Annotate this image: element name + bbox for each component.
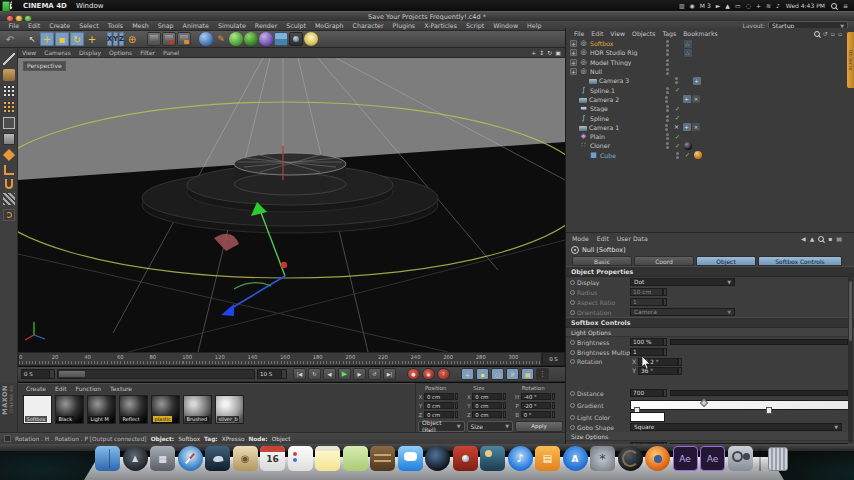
- object-name[interactable]: Cube: [600, 152, 674, 159]
- flag-icon[interactable]: ►: [716, 2, 721, 9]
- scale-tool-icon[interactable]: ▪: [55, 32, 69, 46]
- menu-item[interactable]: Animate: [178, 22, 213, 29]
- toolbar-separator[interactable]: [18, 32, 24, 46]
- dock-quicktime[interactable]: [728, 446, 753, 471]
- section-header[interactable]: Softbox Controls: [566, 317, 854, 328]
- object-manager-menu-item[interactable]: Tags: [662, 30, 676, 37]
- dock-messages[interactable]: [398, 446, 423, 471]
- goto-end-button[interactable]: ▶|: [383, 368, 396, 380]
- material-thumbnail[interactable]: plastic: [151, 395, 180, 424]
- window-titlebar[interactable]: Save Your Projects Frequently!.c4d *: [0, 11, 854, 21]
- enable-state-icon[interactable]: ✓: [683, 151, 692, 159]
- menumeter-label[interactable]: M 3: [700, 2, 711, 9]
- play-mode-button[interactable]: ↻: [308, 368, 321, 380]
- dock-newsstand[interactable]: [370, 446, 395, 471]
- spotlight-search-icon[interactable]: [831, 3, 837, 9]
- play-button[interactable]: ▶: [338, 368, 351, 380]
- menu-item[interactable]: File: [4, 22, 24, 29]
- material-thumbnail[interactable]: Softbox: [23, 395, 52, 424]
- visibility-dots[interactable]: [673, 76, 682, 85]
- stepper[interactable]: [503, 393, 506, 400]
- dock-system-preferences[interactable]: *: [590, 446, 615, 471]
- keyframe-dot[interactable]: [570, 280, 575, 285]
- expand-toggle-icon[interactable]: +: [570, 68, 577, 75]
- volume-icon[interactable]: ♪: [776, 2, 780, 9]
- object-name[interactable]: Softbox: [590, 40, 664, 47]
- coord-mode-dropdown[interactable]: Object (Rel)▼: [418, 421, 465, 432]
- coord-size-dropdown[interactable]: Size▼: [467, 421, 514, 432]
- autokey-button[interactable]: ◉: [422, 368, 435, 380]
- viewport-menu-item[interactable]: Display: [75, 49, 105, 56]
- object-tag-icon[interactable]: [683, 95, 691, 103]
- menu-item[interactable]: Sculpt: [282, 22, 311, 29]
- keyframe-dot[interactable]: [570, 359, 575, 364]
- dock-finder[interactable]: [95, 446, 120, 471]
- visibility-dots[interactable]: [664, 104, 673, 113]
- enable-state-icon[interactable]: ✓: [673, 142, 682, 150]
- enable-state-icon[interactable]: ✓: [673, 86, 682, 94]
- visibility-dots[interactable]: [664, 39, 673, 48]
- dock-notes[interactable]: [315, 446, 340, 471]
- lock-y-axis-icon[interactable]: Y: [113, 32, 118, 46]
- material-thumbnail[interactable]: Light M: [87, 395, 116, 424]
- toolbar-separator[interactable]: [100, 32, 106, 46]
- light-color-swatch[interactable]: [630, 412, 665, 422]
- object-name[interactable]: Camera 1: [589, 124, 663, 131]
- material-menu-item[interactable]: Edit: [55, 385, 67, 392]
- toolbar-separator[interactable]: [140, 32, 146, 46]
- viewport-menu-item[interactable]: Options: [105, 49, 136, 56]
- object-name[interactable]: Plain: [590, 133, 664, 140]
- key-pla-button[interactable]: ▦: [521, 368, 534, 380]
- dock-calendar[interactable]: 16: [260, 446, 285, 471]
- previous-frame-button[interactable]: ◀: [323, 368, 336, 380]
- status-checkbox[interactable]: [4, 435, 11, 442]
- menu-item[interactable]: Select: [75, 22, 103, 29]
- object-name[interactable]: Camera 3: [599, 77, 673, 84]
- menu-item[interactable]: MoGraph: [310, 22, 348, 29]
- next-frame-button[interactable]: ▶: [353, 368, 366, 380]
- undo-icon[interactable]: ↶: [3, 32, 17, 46]
- range-end-field[interactable]: 10 S: [257, 369, 287, 379]
- stepper[interactable]: [455, 402, 458, 409]
- dock-iphoto[interactable]: [480, 446, 505, 471]
- dock-mission-control[interactable]: ▦: [150, 446, 175, 471]
- expand-toggle-icon[interactable]: +: [570, 40, 577, 47]
- visibility-dots[interactable]: [664, 58, 673, 67]
- brightness-multiplier-field[interactable]: 1: [630, 348, 663, 356]
- viewport-menu-item[interactable]: Cameras: [40, 49, 75, 56]
- viewport-camera-label[interactable]: Perspective: [23, 61, 66, 71]
- rotate-tool-icon[interactable]: ↻: [70, 32, 84, 46]
- workplane-icon[interactable]: [3, 209, 15, 221]
- size-z-field[interactable]: 0 cm: [472, 411, 502, 418]
- visibility-dots[interactable]: [664, 114, 673, 123]
- keyframe-dot[interactable]: [570, 340, 575, 345]
- stepper[interactable]: [663, 348, 667, 356]
- dock-itunes[interactable]: ♪: [508, 446, 533, 471]
- key-parameter-button[interactable]: P: [506, 368, 519, 380]
- object-row[interactable]: Camera 3: [566, 76, 854, 85]
- object-row[interactable]: ∫ Spline ✓: [566, 113, 854, 122]
- attribute-menu-item[interactable]: Mode: [572, 235, 589, 242]
- preview-range-slider[interactable]: [57, 369, 255, 379]
- dock-after-effects-2[interactable]: Ae: [700, 446, 725, 471]
- dock-app-store[interactable]: A: [563, 446, 588, 471]
- object-name[interactable]: Spline.1: [590, 87, 664, 94]
- coord-system-icon[interactable]: ⊕: [125, 32, 139, 46]
- polygon-pen-icon[interactable]: [2, 149, 14, 161]
- object-row[interactable]: ◈ Plain ✓: [566, 132, 854, 141]
- add-spline-icon[interactable]: ✎: [214, 32, 228, 46]
- object-row[interactable]: Camera 1 ×: [566, 123, 854, 132]
- visibility-dots[interactable]: [664, 67, 673, 76]
- stepper[interactable]: [455, 411, 458, 418]
- object-name[interactable]: Spline: [590, 115, 664, 122]
- menu-item[interactable]: X-Particles: [420, 22, 462, 29]
- attribute-tab[interactable]: Basic: [572, 256, 632, 266]
- keyframe-dot[interactable]: [570, 391, 575, 396]
- size-x-field[interactable]: 0 cm: [472, 393, 502, 400]
- position-y-field[interactable]: 0 cm: [424, 402, 454, 409]
- move-tool-icon[interactable]: +: [40, 32, 54, 46]
- enable-state-icon[interactable]: ✓: [673, 133, 682, 141]
- viewport-scene[interactable]: [18, 58, 565, 352]
- object-tag-icon[interactable]: [684, 49, 692, 57]
- object-name[interactable]: Stage: [590, 105, 664, 112]
